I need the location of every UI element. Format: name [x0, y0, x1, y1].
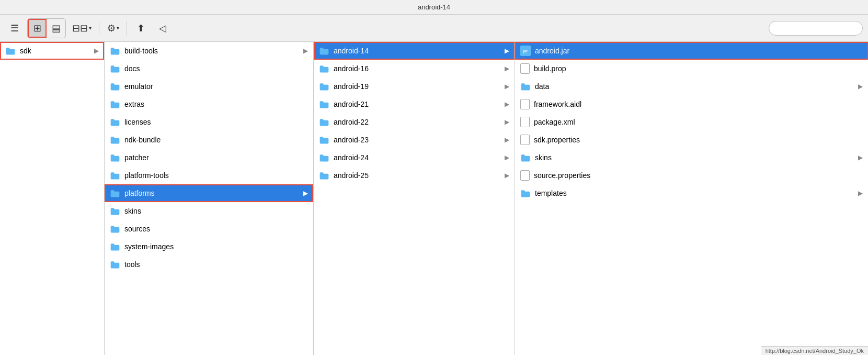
window-title: android-14: [418, 3, 450, 11]
back-icon: ◁: [159, 23, 166, 34]
main-item-label: system-images: [124, 242, 308, 251]
main-item-label: patcher: [124, 153, 308, 162]
sub-item-label: android-21: [334, 100, 505, 108]
settings-arrow-icon: ▾: [117, 25, 119, 31]
share-icon: ⬆: [137, 23, 145, 34]
sidebar-item-sdk[interactable]: sdk ▶: [0, 42, 104, 60]
detail-list-item[interactable]: templates▶: [515, 184, 868, 202]
detail-list-item[interactable]: jarandroid.jar: [515, 42, 868, 60]
main-list-item[interactable]: platforms▶: [105, 184, 313, 202]
sub-items-list: android-14▶ android-16▶ android-19▶ andr…: [314, 42, 515, 184]
sub-list-item[interactable]: android-16▶: [314, 60, 515, 77]
detail-list-item[interactable]: data▶: [515, 77, 868, 95]
detail-item-label: skins: [535, 153, 858, 162]
sub-item-label: android-22: [334, 118, 505, 126]
main-list-item[interactable]: emulator: [105, 77, 313, 95]
main-item-label: build-tools: [124, 47, 303, 55]
detail-item-arrow: ▶: [858, 83, 863, 90]
sub-item-label: android-23: [334, 136, 505, 144]
detail-column: jarandroid.jarbuild.prop data▶framework.…: [515, 42, 868, 355]
view-columns-button[interactable]: ⊞: [28, 19, 47, 38]
share-button[interactable]: ⬆: [131, 19, 150, 38]
sub-item-label: android-19: [334, 82, 505, 91]
detail-item-label: templates: [535, 189, 858, 197]
main-list-item[interactable]: docs: [105, 60, 313, 77]
back-button[interactable]: ◁: [153, 19, 172, 38]
search-input[interactable]: [769, 21, 863, 36]
main-item-label: platforms: [124, 189, 303, 197]
main-column: build-tools▶ docs emulator extras licens…: [105, 42, 314, 355]
view-gallery-button[interactable]: ⊟⊟ ▾: [69, 19, 95, 38]
main-list-item[interactable]: patcher: [105, 149, 313, 167]
main-list-item[interactable]: tools: [105, 256, 313, 273]
sub-list-item[interactable]: android-19▶: [314, 77, 515, 95]
view-list-button[interactable]: ▤: [47, 19, 65, 38]
detail-item-label: android.jar: [535, 47, 863, 55]
main-item-label: extras: [124, 100, 308, 108]
status-bar: http://blog.csdn.net/Android_Study_Ok: [761, 346, 868, 355]
main-list-item[interactable]: system-images: [105, 238, 313, 256]
sub-item-label: android-24: [334, 153, 505, 162]
toolbar: ☰ ⊞ ▤ ⊟⊟ ▾ ⚙ ▾ ⬆ ◁: [0, 15, 868, 42]
sub-item-label: android-25: [334, 171, 505, 180]
detail-item-label: build.prop: [534, 64, 863, 73]
main-list-item[interactable]: sources: [105, 220, 313, 238]
sidebar-toggle-button[interactable]: ☰: [5, 19, 24, 38]
sub-list-item[interactable]: android-21▶: [314, 95, 515, 113]
title-bar: android-14: [0, 0, 868, 15]
main-list-item[interactable]: extras: [105, 95, 313, 113]
settings-icon: ⚙: [107, 23, 116, 34]
sidebar-toggle-icon: ☰: [10, 23, 19, 34]
detail-item-arrow: ▶: [858, 190, 863, 197]
main-item-label: sources: [124, 225, 308, 233]
sub-list-item[interactable]: android-14▶: [314, 42, 515, 60]
toolbar-divider-1: [99, 21, 99, 36]
main-item-arrow: ▶: [303, 47, 308, 54]
sub-list-item[interactable]: android-22▶: [314, 113, 515, 131]
detail-list-item[interactable]: skins▶: [515, 149, 868, 167]
detail-item-label: package.xml: [534, 118, 863, 126]
content-area: sdk ▶ build-tools▶ docs emulator extras …: [0, 42, 868, 355]
sub-item-arrow: ▶: [505, 47, 509, 54]
sidebar-item-label: sdk: [20, 47, 94, 55]
sub-list-item[interactable]: android-24▶: [314, 149, 515, 167]
view-list-icon: ▤: [52, 23, 61, 34]
detail-list-item[interactable]: build.prop: [515, 60, 868, 77]
main-list-item[interactable]: platform-tools: [105, 167, 313, 184]
sub-item-label: android-14: [334, 47, 505, 55]
detail-list-item[interactable]: package.xml: [515, 113, 868, 131]
detail-item-arrow: ▶: [858, 154, 863, 161]
gallery-arrow-icon: ▾: [89, 25, 92, 31]
status-url: http://blog.csdn.net/Android_Study_Ok: [766, 348, 864, 354]
main-list-item[interactable]: licenses: [105, 113, 313, 131]
detail-list-item[interactable]: source.properties: [515, 167, 868, 184]
main-item-label: skins: [124, 207, 308, 215]
main-list-item[interactable]: ndk-bundle: [105, 131, 313, 149]
view-gallery-icon: ⊟⊟: [72, 23, 88, 34]
main-list-item[interactable]: skins: [105, 202, 313, 220]
settings-button[interactable]: ⚙ ▾: [104, 19, 122, 38]
folder-icon: [5, 47, 16, 55]
sub-item-arrow: ▶: [505, 83, 509, 90]
detail-item-label: source.properties: [534, 171, 863, 180]
detail-list-item[interactable]: sdk.properties: [515, 131, 868, 149]
main-list-item[interactable]: build-tools▶: [105, 42, 313, 60]
sub-column: android-14▶ android-16▶ android-19▶ andr…: [314, 42, 515, 355]
sub-item-arrow: ▶: [505, 154, 509, 161]
main-item-label: tools: [124, 260, 308, 269]
detail-items-list: jarandroid.jarbuild.prop data▶framework.…: [515, 42, 868, 202]
sub-list-item[interactable]: android-23▶: [314, 131, 515, 149]
view-columns-icon: ⊞: [33, 23, 41, 34]
sub-item-arrow: ▶: [505, 118, 509, 126]
detail-item-label: data: [535, 82, 858, 91]
detail-list-item[interactable]: framework.aidl: [515, 95, 868, 113]
sub-item-arrow: ▶: [505, 101, 509, 108]
sidebar-column: sdk ▶: [0, 42, 105, 355]
sidebar-arrow-icon: ▶: [94, 47, 99, 54]
main-item-label: docs: [124, 64, 308, 73]
detail-item-label: framework.aidl: [534, 100, 863, 108]
main-items-list: build-tools▶ docs emulator extras licens…: [105, 42, 313, 273]
main-item-label: emulator: [124, 82, 308, 91]
sub-list-item[interactable]: android-25▶: [314, 167, 515, 184]
main-item-label: ndk-bundle: [124, 136, 308, 144]
